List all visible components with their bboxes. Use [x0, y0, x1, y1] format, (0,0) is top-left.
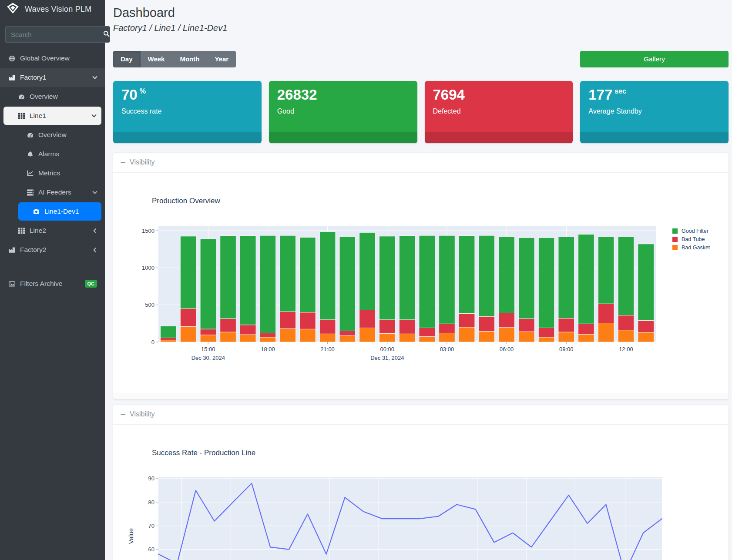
stat-label: Defected: [433, 107, 565, 115]
grid-icon: [18, 228, 25, 234]
stat-card-footer-strip: [425, 132, 573, 143]
panel1-header-label: Visibility: [130, 158, 155, 166]
stat-card-footer-strip: [113, 132, 262, 143]
sidebar-item-label: Line1-Dev1: [44, 208, 101, 215]
bar-chart-plot: 05001000150015:0018:0021:0000:0003:0006:…: [113, 225, 729, 368]
sidebar-item-factory1[interactable]: Factory1: [0, 68, 105, 87]
sidebar-item-label: Global Overview: [20, 54, 105, 62]
sidebar-item-label: Factory1: [20, 74, 87, 81]
svg-text:12:00: 12:00: [619, 346, 633, 352]
range-button-year[interactable]: Year: [207, 51, 236, 67]
qc-badge: QC: [85, 280, 97, 288]
svg-text:90: 90: [148, 475, 154, 482]
brand-logo-icon: [6, 3, 20, 16]
breadcrumb: Factory1 / Line1 / Line1-Dev1: [113, 23, 729, 33]
success-rate-chart: Success Rate - Production Line 90807060V…: [113, 425, 729, 560]
success-rate-panel: Visibility Success Rate - Production Lin…: [113, 405, 729, 560]
stat-label: Average Standby: [588, 107, 720, 115]
stat-unit: sec: [614, 87, 626, 95]
svg-text:80: 80: [148, 499, 154, 505]
grid-icon: [18, 113, 25, 119]
gauge-icon: [18, 94, 25, 100]
chevron-left-icon: [92, 247, 98, 253]
svg-text:Dec 30, 2024: Dec 30, 2024: [191, 355, 225, 361]
collapse-dash-icon: [121, 411, 126, 418]
line-chart-title: Success Rate - Production Line: [152, 449, 255, 457]
svg-text:15:00: 15:00: [201, 346, 215, 352]
stat-label: Success rate: [121, 107, 253, 115]
svg-text:Dec 31, 2024: Dec 31, 2024: [370, 355, 404, 361]
gallery-button[interactable]: Gallery: [580, 51, 729, 67]
search-icon: [103, 30, 110, 38]
server-icon: [27, 189, 34, 196]
range-button-week[interactable]: Week: [141, 51, 173, 67]
sidebar-item-alarms[interactable]: Alarms: [0, 144, 105, 164]
sidebar-search: [5, 26, 100, 43]
svg-text:1500: 1500: [142, 227, 154, 234]
range-button-day[interactable]: Day: [113, 51, 141, 67]
svg-text:500: 500: [145, 302, 154, 308]
chevron-down-icon: [92, 189, 98, 196]
sidebar-item-line1-dev1[interactable]: Line1-Dev1: [18, 202, 101, 221]
sidebar-item-label: Overview: [30, 93, 105, 101]
sidebar-item-label: Metrics: [38, 169, 105, 177]
stat-value: 26832: [277, 87, 317, 103]
stat-value: 7694: [433, 87, 465, 103]
range-button-group: DayWeekMonthYear: [113, 51, 236, 67]
stat-card-average-standby: 177secAverage Standby: [580, 81, 729, 143]
range-button-month[interactable]: Month: [172, 51, 207, 67]
page-title: Dashboard: [113, 6, 729, 20]
globe-icon: [9, 55, 15, 62]
stat-unit: %: [140, 87, 146, 95]
panel2-collapse-header[interactable]: Visibility: [113, 405, 729, 425]
stat-card-defected: 7694Defected: [425, 81, 573, 143]
chart-line-icon: [27, 170, 34, 177]
svg-text:21:00: 21:00: [320, 346, 335, 352]
svg-text:09:00: 09:00: [559, 346, 574, 352]
stat-card-footer-strip: [580, 132, 729, 143]
panel2-header-label: Visibility: [130, 410, 155, 418]
sidebar-item-factory2[interactable]: Factory2: [0, 240, 105, 259]
sidebar-item-line1[interactable]: Line1: [3, 107, 101, 125]
stat-value: 177: [588, 87, 612, 103]
sidebar-item-filters-archive[interactable]: Filters ArchiveQC: [0, 274, 105, 293]
sidebar-item-label: Alarms: [38, 150, 105, 158]
chevron-down-icon: [91, 113, 97, 119]
svg-text:00:00: 00:00: [380, 346, 395, 352]
production-overview-chart: Production Overview Good FilterBad TubeB…: [113, 173, 729, 393]
sidebar-nav: Global OverviewFactory1OverviewLine1Over…: [0, 49, 105, 293]
sidebar: Waves Vision PLM Global OverviewFactory1…: [0, 0, 105, 560]
main-content: Dashboard Factory1 / Line1 / Line1-Dev1 …: [105, 0, 732, 560]
sidebar-item-label: Line2: [30, 227, 87, 235]
sidebar-item-label: AI Feeders: [38, 188, 87, 196]
svg-text:18:00: 18:00: [261, 346, 275, 352]
sidebar-item-label: Factory2: [20, 246, 87, 254]
bell-icon: [27, 151, 34, 158]
svg-text:06:00: 06:00: [500, 346, 514, 352]
toolbar: DayWeekMonthYear Gallery: [113, 51, 729, 67]
sidebar-item-overview[interactable]: Overview: [0, 87, 105, 106]
panel1-footer: [113, 393, 729, 399]
sidebar-item-ai-feeders[interactable]: AI Feeders: [0, 183, 105, 202]
svg-text:70: 70: [148, 523, 154, 529]
sidebar-item-overview[interactable]: Overview: [0, 125, 105, 144]
chevron-left-icon: [92, 228, 98, 234]
panel1-collapse-header[interactable]: Visibility: [113, 153, 729, 173]
line-chart-plot: 90807060Value: [113, 475, 729, 560]
stat-value: 70: [121, 87, 138, 103]
search-button[interactable]: [103, 26, 110, 43]
factory-icon: [9, 247, 15, 253]
collapse-dash-icon: [121, 159, 126, 166]
svg-text:Value: Value: [128, 528, 134, 544]
stat-card-success-rate: 70%Success rate: [113, 81, 262, 143]
chevron-down-icon: [92, 74, 98, 81]
gauge-icon: [27, 132, 34, 138]
brand: Waves Vision PLM: [0, 0, 105, 19]
stat-label: Good: [277, 107, 409, 115]
sidebar-item-global-overview[interactable]: Global Overview: [0, 49, 105, 68]
search-input[interactable]: [5, 26, 103, 43]
sidebar-item-metrics[interactable]: Metrics: [0, 164, 105, 183]
sidebar-item-line2[interactable]: Line2: [0, 221, 105, 240]
image-icon: [9, 281, 15, 287]
stat-card-footer-strip: [269, 132, 417, 143]
